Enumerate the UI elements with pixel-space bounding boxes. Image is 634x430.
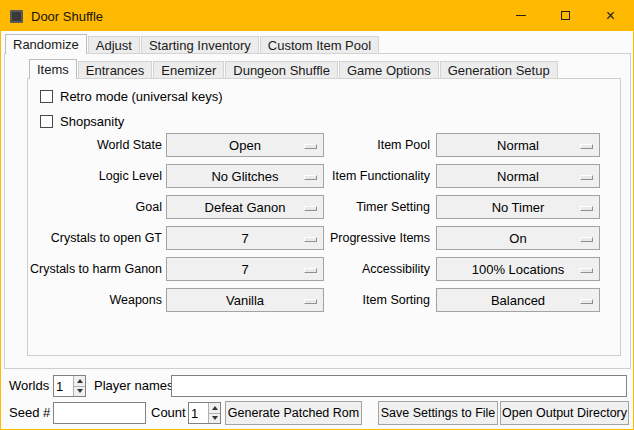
checkbox-icon (40, 115, 53, 128)
close-icon: × (606, 8, 615, 24)
item-functionality-dropdown[interactable]: Normal (436, 164, 600, 188)
dropdown-value: 100% Locations (472, 262, 565, 277)
seed-input[interactable] (53, 402, 146, 424)
worlds-label: Worlds (9, 375, 49, 397)
tab-custom-item-pool[interactable]: Custom Item Pool (260, 36, 379, 54)
accessibility-dropdown[interactable]: 100% Locations (436, 257, 600, 281)
tab-dungeon-shuffle[interactable]: Dungeon Shuffle (225, 61, 338, 79)
item-pool-dropdown[interactable]: Normal (436, 133, 600, 157)
titlebar[interactable]: Door Shuffle × (1, 1, 633, 31)
tab-entrances[interactable]: Entrances (78, 61, 153, 79)
tab-generation-setup[interactable]: Generation Setup (440, 61, 558, 79)
dropdown-value: On (509, 231, 526, 246)
dropdown-value: Defeat Ganon (205, 200, 286, 215)
arrow-up-icon (212, 406, 218, 410)
goal-label: Goal (28, 195, 162, 219)
worlds-down-button[interactable] (74, 386, 85, 397)
app-icon (10, 10, 23, 23)
tab-enemizer[interactable]: Enemizer (153, 61, 224, 79)
tab-adjust[interactable]: Adjust (88, 36, 140, 54)
dropdown-value: Vanilla (226, 293, 264, 308)
arrow-down-icon (77, 389, 83, 393)
checkbox-icon (40, 90, 53, 103)
count-input[interactable] (189, 403, 208, 423)
door-shuffle-window: Door Shuffle × Randomize Adjust Starting… (0, 0, 634, 430)
dropdown-indicator-icon (580, 144, 593, 149)
worlds-input[interactable] (54, 376, 73, 396)
item-pool-label: Item Pool (296, 133, 430, 157)
minimize-icon (516, 15, 526, 16)
world-state-label: World State (28, 133, 162, 157)
maximize-icon (561, 11, 570, 20)
window-controls: × (498, 1, 633, 30)
save-settings-button[interactable]: Save Settings to File (378, 401, 498, 425)
count-up-button[interactable] (209, 403, 220, 413)
count-down-button[interactable] (209, 413, 220, 424)
dropdown-value: Normal (497, 138, 539, 153)
dropdown-indicator-icon (580, 237, 593, 242)
logic-level-label: Logic Level (28, 164, 162, 188)
main-tab-bar: Randomize Adjust Starting Inventory Cust… (5, 33, 380, 54)
items-pane: Retro mode (universal keys) Shopsanity W… (27, 78, 621, 356)
count-label: Count (151, 402, 186, 424)
arrow-down-icon (212, 416, 218, 420)
player-names-label: Player names (94, 375, 173, 397)
tab-randomize[interactable]: Randomize (5, 34, 87, 54)
dropdown-value: 7 (241, 231, 248, 246)
item-sorting-label: Item Sorting (296, 288, 430, 312)
crystals-harm-ganon-label: Crystals to harm Ganon (28, 257, 162, 281)
worlds-stepper (53, 375, 86, 397)
count-stepper-buttons (208, 403, 220, 423)
dropdown-value: No Glitches (211, 169, 278, 184)
window-title: Door Shuffle (31, 9, 103, 24)
shopsanity-checkbox[interactable]: Shopsanity (40, 113, 124, 129)
dropdown-indicator-icon (580, 299, 593, 304)
progressive-items-label: Progressive Items (296, 226, 430, 250)
checkbox-label: Shopsanity (60, 114, 124, 129)
arrow-up-icon (77, 379, 83, 383)
dropdown-indicator-icon (580, 206, 593, 211)
player-names-input[interactable] (171, 375, 627, 397)
dropdown-indicator-icon (580, 268, 593, 273)
dropdown-value: Normal (497, 169, 539, 184)
maximize-button[interactable] (543, 1, 588, 30)
open-output-directory-button[interactable]: Open Output Directory (500, 401, 629, 425)
dropdown-value: No Timer (492, 200, 545, 215)
minimize-button[interactable] (498, 1, 543, 30)
dropdown-indicator-icon (580, 175, 593, 180)
seed-label: Seed # (9, 402, 50, 424)
item-sorting-dropdown[interactable]: Balanced (436, 288, 600, 312)
retro-mode-checkbox[interactable]: Retro mode (universal keys) (40, 88, 223, 104)
crystals-open-gt-label: Crystals to open GT (28, 226, 162, 250)
dropdown-value: Open (229, 138, 261, 153)
weapons-label: Weapons (28, 288, 162, 312)
randomize-sub-tab-bar: Items Entrances Enemizer Dungeon Shuffle… (29, 58, 559, 79)
generate-patched-rom-button[interactable]: Generate Patched Rom (225, 401, 362, 425)
worlds-up-button[interactable] (74, 376, 85, 386)
dropdown-value: 7 (241, 262, 248, 277)
item-functionality-label: Item Functionality (296, 164, 430, 188)
dropdown-value: Balanced (491, 293, 545, 308)
progressive-items-dropdown[interactable]: On (436, 226, 600, 250)
checkbox-label: Retro mode (universal keys) (60, 89, 223, 104)
timer-setting-label: Timer Setting (296, 195, 430, 219)
tab-starting-inventory[interactable]: Starting Inventory (141, 36, 259, 54)
tab-game-options[interactable]: Game Options (339, 61, 439, 79)
count-stepper (188, 402, 221, 424)
tab-items[interactable]: Items (29, 59, 77, 79)
worlds-stepper-buttons (73, 376, 85, 396)
timer-setting-dropdown[interactable]: No Timer (436, 195, 600, 219)
accessibility-label: Accessibility (296, 257, 430, 281)
close-button[interactable]: × (588, 1, 633, 30)
